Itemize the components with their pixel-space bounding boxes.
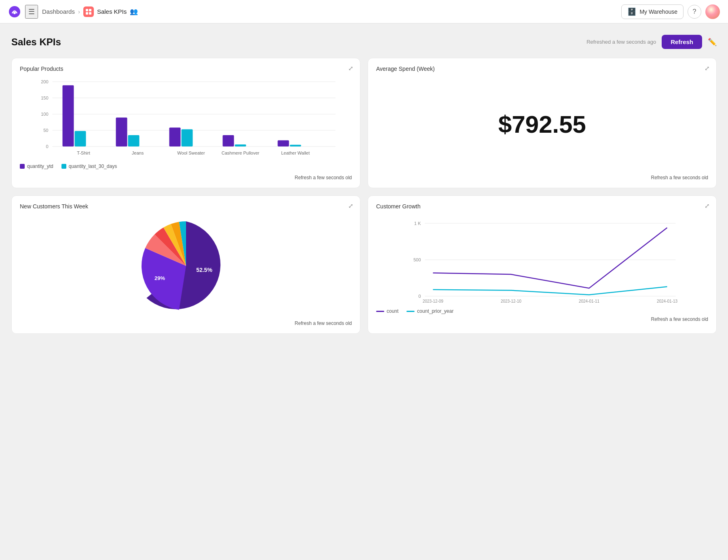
legend-count: count xyxy=(376,308,398,314)
avg-spend-refresh: Refresh a few seconds old xyxy=(376,175,708,180)
logo[interactable] xyxy=(8,5,21,18)
svg-point-1 xyxy=(13,12,16,14)
popular-products-refresh: Refresh a few seconds old xyxy=(20,175,352,180)
pie-chart-svg: 52.5% 29% xyxy=(125,209,247,322)
svg-text:100: 100 xyxy=(41,112,48,117)
svg-text:T-Shirt: T-Shirt xyxy=(77,151,90,155)
legend-prior-year-label: count_prior_year xyxy=(417,308,453,314)
svg-rect-16 xyxy=(63,85,74,146)
legend-count-label: count xyxy=(387,308,398,314)
svg-text:0: 0 xyxy=(46,144,48,149)
svg-rect-4 xyxy=(86,12,88,15)
page-header-right: Refreshed a few seconds ago Refresh ✏️ xyxy=(586,35,717,49)
menu-icon[interactable]: ☰ xyxy=(25,5,38,19)
svg-text:1 K: 1 K xyxy=(414,221,421,226)
svg-text:52.5%: 52.5% xyxy=(196,267,212,273)
popular-products-refresh-age: a few seconds old xyxy=(313,175,352,180)
help-button[interactable]: ? xyxy=(688,5,701,19)
page-header: Sales KPIs Refreshed a few seconds ago R… xyxy=(11,35,717,49)
warehouse-label: My Warehouse xyxy=(639,8,677,15)
popular-products-card: Popular Products ⤢ 200 150 100 50 0 xyxy=(11,58,360,188)
users-icon: 👥 xyxy=(130,8,138,15)
dashboard-icon xyxy=(83,6,94,17)
legend-last30: quantity_last_30_days xyxy=(61,163,117,169)
avg-spend-refresh-age: a few seconds old xyxy=(669,175,708,180)
svg-rect-2 xyxy=(86,9,88,11)
line-chart-legend: count count_prior_year xyxy=(376,308,708,314)
svg-text:50: 50 xyxy=(43,128,48,133)
edit-button[interactable]: ✏️ xyxy=(708,38,717,47)
popular-products-expand[interactable]: ⤢ xyxy=(348,65,353,72)
svg-rect-17 xyxy=(75,131,86,146)
line-chart-svg: 1 K 500 0 2023-12-09 2023-12-10 2024-01-… xyxy=(376,215,708,304)
svg-rect-29 xyxy=(290,145,301,146)
avatar-image xyxy=(705,4,720,19)
svg-rect-23 xyxy=(182,129,193,147)
avg-spend-expand[interactable]: ⤢ xyxy=(705,65,710,72)
breadcrumb-current: Sales KPIs xyxy=(97,8,127,15)
svg-rect-5 xyxy=(89,12,91,15)
customer-growth-title: Customer Growth xyxy=(376,203,708,210)
new-customers-expand[interactable]: ⤢ xyxy=(348,202,353,210)
avg-spend-card: Average Spend (Week) ⤢ $792.55 Refresh a… xyxy=(368,58,717,188)
refresh-status: Refreshed a few seconds ago xyxy=(586,39,656,45)
new-customers-refresh-age: a few seconds old xyxy=(313,320,352,326)
svg-text:150: 150 xyxy=(41,95,48,100)
avg-spend-title: Average Spend (Week) xyxy=(376,66,708,72)
dashboard-grid: Popular Products ⤢ 200 150 100 50 0 xyxy=(11,58,717,334)
legend-last30-dot xyxy=(61,164,66,169)
svg-text:0: 0 xyxy=(418,294,421,299)
bar-chart-svg: 200 150 100 50 0 T-Shirt Jeans xyxy=(20,78,352,159)
new-customers-title: New Customers This Week xyxy=(20,203,352,210)
svg-rect-3 xyxy=(89,9,91,11)
page-title: Sales KPIs xyxy=(11,36,61,48)
topbar: ☰ Dashboards › Sales KPIs 👥 🗄️ My Wareho… xyxy=(0,0,728,23)
svg-rect-19 xyxy=(116,118,127,146)
new-customers-refresh-label[interactable]: Refresh xyxy=(295,320,312,326)
svg-text:Leather Wallet: Leather Wallet xyxy=(281,151,310,155)
customer-growth-refresh-label[interactable]: Refresh xyxy=(651,316,668,322)
svg-text:29%: 29% xyxy=(154,275,165,281)
warehouse-button[interactable]: 🗄️ My Warehouse xyxy=(621,4,684,19)
popular-products-chart: 200 150 100 50 0 T-Shirt Jeans xyxy=(20,78,352,171)
pie-chart-container: 52.5% 29% xyxy=(20,215,352,316)
svg-text:200: 200 xyxy=(41,79,48,84)
svg-text:2023-12-09: 2023-12-09 xyxy=(423,299,444,303)
bar-chart-legend: quantity_ytd quantity_last_30_days xyxy=(20,163,352,169)
svg-text:Jeans: Jeans xyxy=(132,151,144,155)
svg-text:Wool Sweater: Wool Sweater xyxy=(177,151,205,155)
legend-prior-year-line xyxy=(406,311,415,312)
legend-ytd: quantity_ytd xyxy=(20,163,53,169)
avg-spend-value: $792.55 xyxy=(376,78,708,171)
popular-products-title: Popular Products xyxy=(20,66,352,72)
customer-growth-refresh: Refresh a few seconds old xyxy=(376,316,708,322)
avatar[interactable] xyxy=(705,4,720,19)
svg-rect-22 xyxy=(169,127,181,146)
svg-text:2024-01-11: 2024-01-11 xyxy=(579,299,600,303)
breadcrumb: Dashboards › Sales KPIs 👥 xyxy=(42,6,138,17)
legend-ytd-dot xyxy=(20,164,25,169)
legend-ytd-label: quantity_ytd xyxy=(27,163,53,169)
avg-spend-refresh-label[interactable]: Refresh xyxy=(651,175,668,180)
svg-text:2023-12-10: 2023-12-10 xyxy=(501,299,522,303)
popular-products-refresh-label[interactable]: Refresh xyxy=(295,175,312,180)
svg-text:Cashmere Pullover: Cashmere Pullover xyxy=(222,151,260,155)
customer-growth-card: Customer Growth ⤢ 1 K 500 0 2023-12-09 2… xyxy=(368,195,717,334)
customer-growth-expand[interactable]: ⤢ xyxy=(705,202,710,210)
legend-prior-year: count_prior_year xyxy=(406,308,453,314)
svg-rect-28 xyxy=(278,140,289,146)
line-chart-container: 1 K 500 0 2023-12-09 2023-12-10 2024-01-… xyxy=(376,215,708,312)
svg-text:2024-01-13: 2024-01-13 xyxy=(657,299,678,303)
breadcrumb-arrow: › xyxy=(78,8,80,15)
main-content: Sales KPIs Refreshed a few seconds ago R… xyxy=(0,23,728,345)
refresh-button[interactable]: Refresh xyxy=(662,35,702,49)
svg-rect-20 xyxy=(128,135,140,146)
customer-growth-refresh-age: a few seconds old xyxy=(669,316,708,322)
breadcrumb-dashboards[interactable]: Dashboards xyxy=(42,8,75,15)
legend-count-line xyxy=(376,311,384,312)
svg-rect-26 xyxy=(235,144,246,146)
new-customers-card: New Customers This Week ⤢ 52.5% xyxy=(11,195,360,334)
legend-last30-label: quantity_last_30_days xyxy=(69,163,117,169)
svg-rect-25 xyxy=(223,135,234,146)
svg-text:500: 500 xyxy=(413,257,421,262)
